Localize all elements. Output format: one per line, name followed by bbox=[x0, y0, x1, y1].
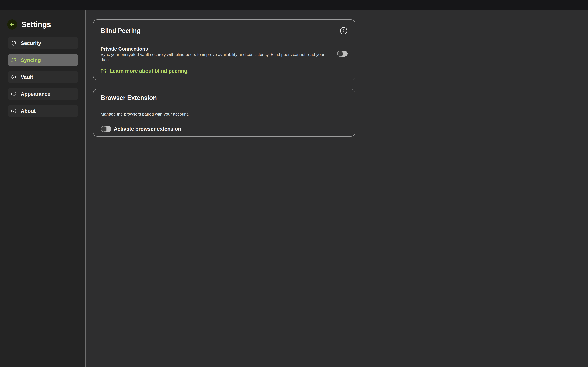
blind-peering-card-header: Blind Peering bbox=[101, 20, 348, 35]
sidebar-item-security[interactable]: Security bbox=[8, 37, 78, 50]
back-button[interactable] bbox=[7, 19, 17, 30]
info-icon[interactable] bbox=[340, 27, 348, 35]
sidebar-nav: Security Syncing Vault bbox=[8, 37, 78, 121]
browser-extension-description: Manage the browsers paired with your acc… bbox=[101, 111, 348, 117]
private-connections-toggle[interactable] bbox=[337, 51, 347, 57]
browser-extension-card: Browser Extension Manage the browsers pa… bbox=[93, 89, 355, 137]
sidebar-item-syncing[interactable]: Syncing bbox=[8, 54, 78, 67]
settings-sidebar: Settings Security Syncing bbox=[0, 10, 86, 367]
external-link-icon bbox=[101, 68, 106, 74]
sidebar-item-appearance[interactable]: Appearance bbox=[8, 88, 78, 100]
private-connections-description: Sync your encrypted vault securely with … bbox=[101, 52, 332, 62]
card-divider bbox=[101, 107, 348, 107]
sidebar-item-about[interactable]: About bbox=[8, 105, 78, 117]
learn-more-link-label: Learn more about blind peering. bbox=[110, 68, 189, 74]
sidebar-item-label: Vault bbox=[21, 74, 33, 80]
sidebar-header: Settings bbox=[7, 19, 51, 30]
vault-keyhole-icon bbox=[11, 75, 16, 80]
sync-icon bbox=[11, 58, 16, 63]
shield-icon bbox=[11, 41, 16, 46]
sidebar-item-label: Security bbox=[21, 40, 41, 46]
info-icon bbox=[11, 108, 16, 114]
palette-icon bbox=[11, 92, 16, 97]
toggle-knob bbox=[101, 126, 107, 132]
browser-extension-card-header: Browser Extension bbox=[101, 89, 348, 102]
activate-extension-toggle[interactable] bbox=[101, 126, 111, 132]
activate-extension-row: Activate browser extension bbox=[101, 126, 348, 132]
page-title: Settings bbox=[21, 20, 51, 29]
sidebar-item-label: Appearance bbox=[21, 91, 50, 97]
private-connections-heading: Private Connections bbox=[101, 46, 348, 52]
activate-extension-label: Activate browser extension bbox=[114, 126, 181, 132]
card-title: Browser Extension bbox=[101, 94, 157, 102]
window-top-bar bbox=[0, 0, 588, 10]
toggle-knob bbox=[337, 50, 343, 57]
card-title: Blind Peering bbox=[101, 27, 140, 35]
sidebar-item-label: Syncing bbox=[21, 57, 41, 63]
sidebar-item-label: About bbox=[21, 108, 36, 114]
card-divider bbox=[101, 41, 348, 42]
arrow-left-icon bbox=[10, 22, 15, 27]
blind-peering-card: Blind Peering Private Connections Sync y… bbox=[93, 19, 355, 80]
sidebar-item-vault[interactable]: Vault bbox=[8, 71, 78, 83]
learn-more-link[interactable]: Learn more about blind peering. bbox=[101, 68, 189, 74]
